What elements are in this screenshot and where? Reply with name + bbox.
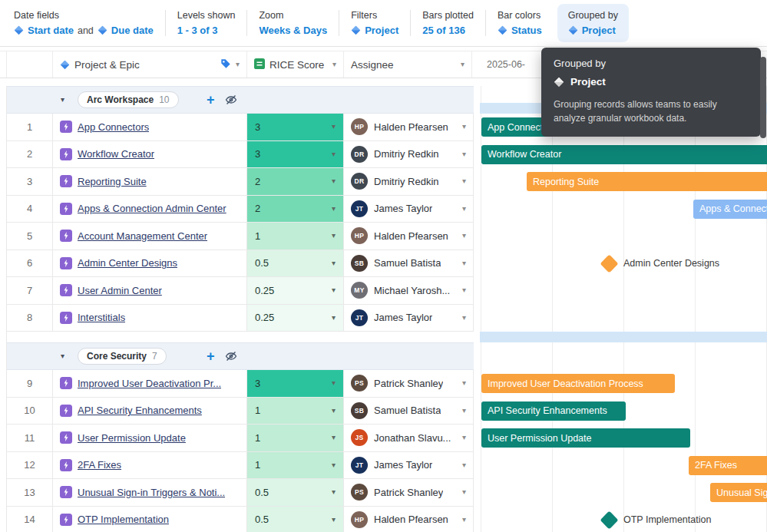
record-link[interactable]: User Permission Update	[78, 432, 186, 444]
chevron-down-icon[interactable]: ▾	[332, 61, 336, 68]
chevron-down-icon[interactable]: ▾	[462, 461, 466, 469]
rice-score-cell[interactable]: 1▾	[247, 223, 344, 249]
chevron-down-icon[interactable]: ▾	[462, 150, 466, 158]
zoom-value[interactable]: Weeks & Days	[259, 25, 327, 36]
chevron-down-icon[interactable]: ▾	[332, 177, 336, 185]
gantt-bar[interactable]: Improved User Deactivation Process	[481, 374, 675, 393]
record-link[interactable]: Interstitials	[78, 312, 125, 323]
project-cell[interactable]: Admin Center Designs	[53, 250, 247, 277]
group-pill[interactable]: Arc Workspace10	[78, 91, 179, 108]
rice-score-cell[interactable]: 3▾	[247, 114, 344, 140]
chevron-down-icon[interactable]: ▾	[332, 259, 336, 267]
chevron-down-icon[interactable]: ▾	[332, 205, 336, 213]
bar-colors-value[interactable]: Status	[511, 25, 542, 36]
record-link[interactable]: Reporting Suite	[78, 176, 147, 187]
record-link[interactable]: Unusual Sign-in Triggers & Noti...	[78, 487, 225, 498]
record-link[interactable]: Admin Center Designs	[78, 257, 177, 269]
zoom-control[interactable]: Zoom Weeks & Days	[247, 10, 339, 36]
gantt-bar[interactable]: Unusual Sig...	[710, 483, 767, 502]
record-link[interactable]: User Admin Center	[78, 285, 162, 296]
rice-score-cell[interactable]: 1▾	[247, 425, 344, 451]
chevron-down-icon[interactable]: ▾	[462, 177, 466, 185]
bars-plotted-control[interactable]: Bars plotted 25 of 136	[411, 10, 485, 36]
chevron-down-icon[interactable]: ▾	[332, 123, 336, 131]
chevron-down-icon[interactable]: ▾	[462, 205, 466, 213]
chevron-down-icon[interactable]: ▾	[236, 61, 240, 68]
project-column-header[interactable]: Project & Epic ▾	[52, 51, 246, 78]
chevron-down-icon[interactable]: ▾	[332, 488, 336, 496]
assignee-cell[interactable]: HPHalden Pfearsen▾	[344, 114, 474, 140]
assignee-cell[interactable]: HPHalden Pfearsen▾	[344, 507, 474, 532]
grouped-by-control[interactable]: Grouped by Project	[557, 4, 629, 42]
project-cell[interactable]: User Admin Center	[53, 277, 247, 304]
rice-score-cell[interactable]: 1▾	[247, 452, 344, 479]
rice-score-cell[interactable]: 0.5▾	[247, 507, 344, 532]
record-link[interactable]: API Security Enhancements	[78, 405, 202, 416]
rice-score-cell[interactable]: 2▾	[247, 168, 344, 195]
rice-score-cell[interactable]: 0.5▾	[247, 479, 344, 506]
filters-value[interactable]: Project	[365, 25, 398, 36]
project-cell[interactable]: Improved User Deactivation Pr...	[53, 370, 247, 397]
bars-plotted-value[interactable]: 25 of 136	[422, 25, 465, 36]
record-link[interactable]: Account Management Center	[78, 230, 207, 242]
rice-score-cell[interactable]: 2▾	[247, 196, 344, 223]
record-link[interactable]: Improved User Deactivation Pr...	[78, 378, 221, 389]
due-date-field[interactable]: Due date	[111, 25, 154, 36]
chevron-down-icon[interactable]: ▾	[332, 314, 336, 322]
gantt-bar[interactable]: User Permission Update	[481, 428, 690, 448]
project-cell[interactable]: API Security Enhancements	[53, 398, 247, 425]
project-cell[interactable]: Unusual Sign-in Triggers & Noti...	[53, 479, 247, 506]
chevron-down-icon[interactable]: ▾	[332, 434, 336, 441]
add-record-button[interactable]: +	[207, 349, 215, 363]
group-pill[interactable]: Core Security7	[78, 348, 167, 365]
assignee-cell[interactable]: PSPatrick Shanley▾	[344, 370, 474, 397]
chevron-down-icon[interactable]: ▾	[462, 407, 466, 415]
chevron-down-icon[interactable]: ▾	[462, 434, 466, 441]
assignee-cell[interactable]: MYMichael Yarosh...▾	[344, 277, 474, 304]
rice-score-cell[interactable]: 0.25▾	[247, 277, 344, 304]
record-link[interactable]: Apps & Connection Admin Center	[78, 203, 226, 214]
chevron-down-icon[interactable]: ▾	[332, 516, 336, 524]
gantt-bar[interactable]: Reporting Suite	[527, 172, 767, 191]
rice-score-cell[interactable]: 0.25▾	[247, 305, 344, 332]
chevron-down-icon[interactable]: ▾	[332, 461, 336, 469]
chevron-down-icon[interactable]: ▾	[462, 259, 466, 267]
project-cell[interactable]: Account Management Center	[53, 223, 247, 249]
assignee-cell[interactable]: JTJames Taylor▾	[344, 196, 474, 223]
chevron-down-icon[interactable]: ▾	[462, 232, 466, 240]
collapse-caret-icon[interactable]: ▾	[61, 96, 64, 104]
collapse-caret-icon[interactable]: ▾	[61, 352, 64, 360]
record-link[interactable]: App Connectors	[78, 121, 149, 133]
project-cell[interactable]: Workflow Creator	[53, 141, 247, 168]
assignee-cell[interactable]: HPHalden Pfearsen▾	[344, 223, 474, 249]
gantt-bar[interactable]: 2FA Fixes	[689, 456, 767, 475]
gantt-bar[interactable]: Workflow Creator	[481, 145, 767, 164]
chevron-down-icon[interactable]: ▾	[462, 379, 466, 387]
chevron-down-icon[interactable]: ▾	[332, 407, 336, 415]
assignee-cell[interactable]: SBSamuel Batista▾	[344, 398, 474, 425]
assignee-cell[interactable]: PSPatrick Shanley▾	[344, 479, 474, 506]
levels-value[interactable]: 1 - 3 of 3	[177, 25, 218, 36]
assignee-column-header[interactable]: Assignee ▾	[343, 51, 472, 78]
record-link[interactable]: Workflow Creator	[78, 148, 154, 160]
assignee-cell[interactable]: JSJonathan Slavu...▾	[344, 425, 474, 451]
add-record-button[interactable]: +	[207, 93, 215, 107]
record-link[interactable]: 2FA Fixes	[78, 459, 121, 471]
rice-score-cell[interactable]: 0.5▾	[247, 250, 344, 277]
bar-colors-control[interactable]: Bar colors Status	[486, 10, 554, 36]
project-cell[interactable]: App Connectors	[53, 114, 247, 140]
assignee-cell[interactable]: DRDmitriy Redkin▾	[344, 168, 474, 195]
chevron-down-icon[interactable]: ▾	[462, 516, 466, 524]
assignee-cell[interactable]: DRDmitriy Redkin▾	[344, 141, 474, 168]
chevron-down-icon[interactable]: ▾	[332, 150, 336, 158]
rice-column-header[interactable]: RICE Score ▾	[246, 51, 343, 78]
tag-icon[interactable]	[220, 58, 231, 71]
chevron-down-icon[interactable]: ▾	[332, 232, 336, 240]
gantt-bar[interactable]: Apps & Connect...	[693, 200, 767, 219]
gantt-bar[interactable]: API Security Enhancements	[481, 401, 626, 421]
date-fields-control[interactable]: Date fields Start date and Due date	[14, 10, 165, 36]
vertical-scrollbar[interactable]	[760, 57, 766, 138]
project-cell[interactable]: Apps & Connection Admin Center	[53, 196, 247, 223]
hide-group-icon[interactable]	[225, 94, 237, 106]
project-cell[interactable]: 2FA Fixes	[53, 452, 247, 479]
